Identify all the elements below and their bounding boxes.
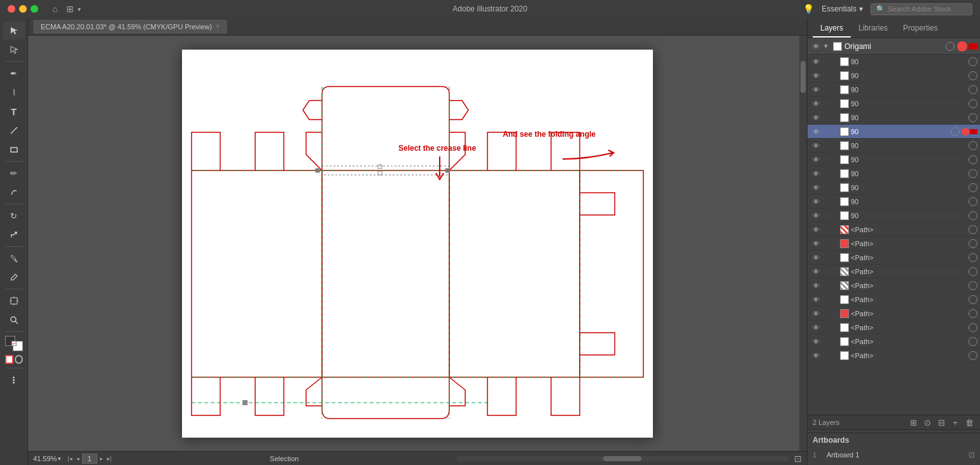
visibility-icon[interactable]: 👁 xyxy=(810,170,822,177)
visibility-icon[interactable]: 👁 xyxy=(810,58,822,66)
visibility-icon[interactable]: 👁 xyxy=(810,128,822,135)
next-page-button[interactable]: ▸ xyxy=(99,455,104,462)
zoom-chevron-down[interactable]: ▾ xyxy=(58,455,61,462)
workspace-chevron-icon[interactable]: ▾ xyxy=(78,6,81,13)
rotate-tool[interactable]: ↻ xyxy=(3,207,25,225)
layers-scroll[interactable]: 👁 90 👁 90 👁 xyxy=(808,55,980,415)
direct-selection-tool[interactable] xyxy=(3,41,25,59)
layer-row[interactable]: 👁 90 xyxy=(808,195,980,209)
tab-properties[interactable]: Properties xyxy=(895,21,946,38)
scale-tool[interactable] xyxy=(3,226,25,244)
visibility-icon[interactable]: 👁 xyxy=(810,268,822,275)
visibility-icon[interactable]: 👁 xyxy=(810,100,822,108)
visibility-icon[interactable]: 👁 xyxy=(810,114,822,121)
new-layer-icon[interactable]: + xyxy=(949,417,961,428)
type-tool[interactable]: T xyxy=(3,102,25,120)
canvas-container[interactable]: Select the crease line And see the foldi… xyxy=(28,36,807,451)
horizontal-scrollbar[interactable] xyxy=(456,456,790,461)
scrollbar-thumb-h[interactable] xyxy=(603,456,641,461)
vertical-scrollbar[interactable] xyxy=(799,36,807,451)
visibility-icon[interactable]: 👁 xyxy=(810,324,822,331)
pen-tool[interactable]: ✒ xyxy=(3,64,25,82)
close-button[interactable] xyxy=(8,5,15,13)
visibility-icon[interactable]: 👁 xyxy=(810,184,822,191)
layer-row[interactable]: 👁 90 xyxy=(808,153,980,167)
minimize-button[interactable] xyxy=(19,5,27,13)
layer-row-path[interactable]: 👁 <Path> xyxy=(808,279,980,293)
visibility-icon[interactable]: 👁 xyxy=(810,212,822,219)
artboard-options-icon[interactable]: ⊡ xyxy=(969,450,975,459)
visibility-icon[interactable]: 👁 xyxy=(810,156,822,163)
visibility-icon[interactable]: 👁 xyxy=(810,338,822,345)
layer-row-path[interactable]: 👁 <Path> xyxy=(808,223,980,237)
page-number[interactable]: 1 xyxy=(82,454,97,464)
document-tab[interactable]: ECMA A20.20.01.03* @ 41.59% (CMYK/GPU Pr… xyxy=(33,20,227,34)
layer-row[interactable]: 👁 90 xyxy=(808,167,980,181)
workspace-switcher[interactable]: Essentials ▾ xyxy=(822,4,863,13)
artboard-navigate-icon[interactable]: ⊞ xyxy=(907,417,919,428)
visibility-icon[interactable]: 👁 xyxy=(810,72,822,80)
curvature-tool[interactable]: ⌇ xyxy=(3,83,25,101)
layer-row-path[interactable]: 👁 <Path> xyxy=(808,349,980,363)
shaper-tool[interactable] xyxy=(3,183,25,201)
layer-row[interactable]: 👁 90 xyxy=(808,97,980,111)
delete-layer-icon[interactable]: 🗑 xyxy=(963,417,975,428)
home-icon[interactable]: ⌂ xyxy=(52,4,57,14)
layer-row[interactable]: 👁 90 xyxy=(808,209,980,223)
layer-row[interactable]: 👁 90 xyxy=(808,55,980,69)
visibility-icon[interactable]: 👁 xyxy=(810,86,822,94)
layer-row-path[interactable]: 👁 <Path> xyxy=(808,251,980,265)
layer-row[interactable]: 👁 90 xyxy=(808,69,980,83)
artboard-item-row[interactable]: 1 Artboard 1 ⊡ xyxy=(808,447,980,462)
tab-libraries[interactable]: Libraries xyxy=(851,21,895,38)
layer-row-path[interactable]: 👁 <Path> xyxy=(808,335,980,349)
layer-target-ring[interactable] xyxy=(946,42,955,51)
layer-row[interactable]: 👁 90 xyxy=(808,83,980,97)
maximize-button[interactable] xyxy=(31,5,38,13)
tab-close-button[interactable]: × xyxy=(216,23,220,30)
stock-search-bar[interactable]: 🔍 Search Adobe Stock xyxy=(871,3,972,15)
first-page-button[interactable]: |◂ xyxy=(66,455,73,462)
visibility-icon[interactable]: 👁 xyxy=(810,282,822,289)
line-tool[interactable] xyxy=(3,121,25,139)
visibility-icon[interactable]: 👁 xyxy=(810,296,822,303)
visibility-icon[interactable]: 👁 xyxy=(810,198,822,205)
visibility-icon[interactable]: 👁 xyxy=(810,226,822,233)
layer-row[interactable]: 👁 90 xyxy=(808,181,980,195)
layer-row-path[interactable]: 👁 <Path> xyxy=(808,307,980,321)
eyedropper[interactable] xyxy=(3,268,25,286)
prev-page-button[interactable]: ◂ xyxy=(75,455,81,462)
scrollbar-thumb-v[interactable] xyxy=(801,61,806,93)
visibility-icon[interactable]: 👁 xyxy=(810,310,822,317)
expand-arrow[interactable]: ▾ xyxy=(822,42,830,50)
layer-row[interactable]: 👁 90 xyxy=(808,139,980,153)
layer-row-path[interactable]: 👁 <Path> xyxy=(808,265,980,279)
stroke-fill-toggles[interactable] xyxy=(5,354,23,364)
locate-object-icon[interactable]: ⊙ xyxy=(921,417,933,428)
collect-icon[interactable]: ⊟ xyxy=(935,417,947,428)
layer-row-selected[interactable]: 👁 90 xyxy=(808,125,980,139)
layer-target[interactable] xyxy=(951,127,960,136)
visibility-icon[interactable]: 👁 xyxy=(810,142,822,149)
workspace-layout-icon[interactable]: ⊞ xyxy=(66,4,74,14)
selection-tool[interactable] xyxy=(3,22,25,39)
fit-screen-icon[interactable]: ⊡ xyxy=(794,454,802,464)
more-tools[interactable] xyxy=(3,371,25,389)
pencil-tool[interactable]: ✏ xyxy=(3,164,25,182)
paint-bucket[interactable] xyxy=(3,249,25,267)
artboard-tool[interactable] xyxy=(3,292,25,310)
visibility-icon[interactable]: 👁 xyxy=(810,352,822,359)
tab-layers[interactable]: Layers xyxy=(813,21,851,38)
color-swatches[interactable]: ↩ xyxy=(5,336,23,351)
layer-row-path[interactable]: 👁 <Path> xyxy=(808,237,980,251)
layer-row-path[interactable]: 👁 <Path> xyxy=(808,293,980,307)
layer-row-path[interactable]: 👁 <Path> xyxy=(808,321,980,335)
artboard[interactable]: Select the crease line And see the foldi… xyxy=(182,50,653,438)
visibility-icon[interactable]: 👁 xyxy=(810,254,822,261)
visibility-icon[interactable]: 👁 xyxy=(810,43,822,50)
zoom-tool[interactable] xyxy=(3,311,25,329)
last-page-button[interactable]: ▸| xyxy=(106,455,113,462)
main-layer-row[interactable]: 👁 ▾ Origami xyxy=(808,38,980,55)
shape-tool[interactable] xyxy=(3,141,25,158)
layer-row[interactable]: 👁 90 xyxy=(808,111,980,125)
